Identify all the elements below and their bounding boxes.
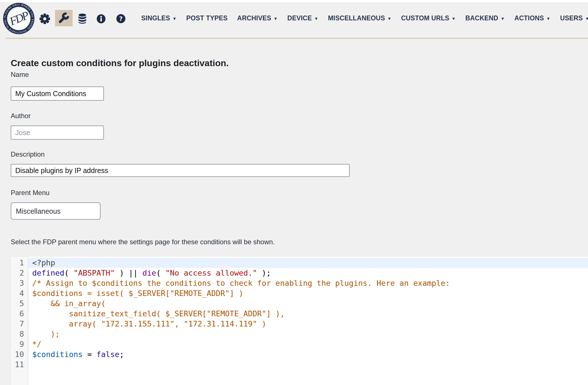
editor-line-code: && in_array( xyxy=(28,299,588,309)
description-label: Description xyxy=(11,150,45,158)
svg-text:?: ? xyxy=(119,16,123,22)
menu-item-label: ACTIONS xyxy=(514,14,544,22)
author-input[interactable] xyxy=(11,126,104,140)
editor-line[interactable]: 6 sanitize_text_field( $_SERVER["REMOTE_… xyxy=(10,309,588,319)
menu-item-label: SINGLES xyxy=(141,14,170,22)
menu-item-custom-urls[interactable]: CUSTOM URLS▼ xyxy=(401,14,456,22)
php-code-editor[interactable]: 1<?php2defined( "ABSPATH" ) || die( "No … xyxy=(10,256,588,385)
chevron-down-icon: ▼ xyxy=(314,16,318,21)
editor-line-number: 9 xyxy=(10,339,28,349)
menu-item-post-types[interactable]: POST TYPES xyxy=(186,14,227,22)
editor-line[interactable]: 5 && in_array( xyxy=(10,299,588,309)
editor-line-number: 5 xyxy=(10,299,28,309)
editor-line-number: 7 xyxy=(10,319,28,329)
parent-menu-select[interactable]: Miscellaneous xyxy=(11,202,101,220)
editor-line[interactable]: 9*/ xyxy=(10,339,588,349)
fdp-logo: LOAD PLUGINS ONLY WHERE YOU NEED FREESOU… xyxy=(3,3,35,34)
chevron-down-icon: ▼ xyxy=(585,16,588,21)
editor-line-code: sanitize_text_field( $_SERVER["REMOTE_AD… xyxy=(28,309,588,319)
menu-item-label: MISCELLANEOUS xyxy=(328,14,385,22)
menu-item-actions[interactable]: ACTIONS▼ xyxy=(514,14,550,22)
database-icon[interactable] xyxy=(78,13,87,24)
menu-item-singles[interactable]: SINGLES▼ xyxy=(141,14,177,22)
gear-icon[interactable] xyxy=(40,14,50,24)
menu-item-label: CUSTOM URLS xyxy=(401,14,449,22)
editor-line[interactable]: 4$conditions = isset( $_SERVER["REMOTE_A… xyxy=(10,288,588,299)
parent-menu-label: Parent Menu xyxy=(11,189,49,197)
header-divider xyxy=(6,38,588,39)
editor-line-number: 6 xyxy=(10,309,28,319)
editor-line-code: array( "172.31.155.111", "172.31.114.119… xyxy=(28,319,588,329)
editor-line-code: $conditions = isset( $_SERVER["REMOTE_AD… xyxy=(28,288,588,299)
editor-line-number: 1 xyxy=(10,258,28,268)
help-icon[interactable]: ? xyxy=(116,14,125,23)
editor-line-number: 4 xyxy=(10,288,28,299)
editor-line[interactable]: 7 array( "172.31.155.111", "172.31.114.1… xyxy=(10,319,588,329)
editor-line-number: 2 xyxy=(10,268,28,278)
chevron-down-icon: ▼ xyxy=(387,16,391,21)
chevron-down-icon: ▼ xyxy=(500,16,505,21)
parent-menu-help-text: Select the FDP parent menu where the set… xyxy=(11,238,275,246)
description-input[interactable] xyxy=(11,164,350,177)
menu-item-backend[interactable]: BACKEND▼ xyxy=(465,14,505,22)
wrench-icon-active-tab[interactable] xyxy=(55,10,73,26)
editor-line-code: /* Assign to $conditions the conditions … xyxy=(28,278,588,288)
menu-item-label: DEVICE xyxy=(287,14,312,22)
editor-line-code: $conditions = false; xyxy=(28,349,588,360)
menu-item-users[interactable]: USERS▼ xyxy=(560,14,588,22)
editor-line[interactable]: 2defined( "ABSPATH" ) || die( "No access… xyxy=(10,268,588,278)
menu-item-label: ARCHIVES xyxy=(237,14,271,22)
editor-line-number: 10 xyxy=(10,349,28,360)
top-menu: SINGLES▼POST TYPESARCHIVES▼DEVICE▼MISCEL… xyxy=(141,0,588,36)
editor-line-number: 8 xyxy=(10,329,28,339)
editor-line[interactable]: 3/* Assign to $conditions the conditions… xyxy=(10,278,588,288)
author-label: Author xyxy=(11,112,31,120)
menu-item-archives[interactable]: ARCHIVES▼ xyxy=(237,14,278,22)
editor-line-number: 11 xyxy=(10,360,28,370)
name-input[interactable] xyxy=(11,86,104,101)
menu-item-label: USERS xyxy=(560,14,583,22)
menu-item-label: POST TYPES xyxy=(186,14,227,22)
chevron-down-icon: ▼ xyxy=(452,16,456,21)
editor-line-code: ); xyxy=(28,329,588,339)
editor-line-code: */ xyxy=(28,339,588,349)
editor-line-number: 3 xyxy=(10,278,28,288)
editor-line-code: defined( "ABSPATH" ) || die( "No access … xyxy=(28,268,588,278)
chevron-down-icon: ▼ xyxy=(273,16,278,21)
editor-line[interactable]: 10$conditions = false; xyxy=(10,349,588,360)
wrench-icon xyxy=(58,12,70,24)
editor-line[interactable]: 1<?php xyxy=(10,258,588,268)
chevron-down-icon: ▼ xyxy=(546,16,550,21)
chevron-down-icon: ▼ xyxy=(172,16,177,21)
info-icon[interactable] xyxy=(97,14,106,23)
editor-line[interactable]: 8 ); xyxy=(10,329,588,339)
editor-line[interactable]: 11 xyxy=(10,360,588,370)
page-title: Create custom conditions for plugins dea… xyxy=(11,58,229,68)
menu-item-device[interactable]: DEVICE▼ xyxy=(287,14,318,22)
editor-line-code xyxy=(28,360,588,370)
menu-item-label: BACKEND xyxy=(465,14,498,22)
menu-item-miscellaneous[interactable]: MISCELLANEOUS▼ xyxy=(328,14,391,22)
fdp-logo-badge: LOAD PLUGINS ONLY WHERE YOU NEED FREESOU… xyxy=(3,3,35,34)
editor-line-code: <?php xyxy=(28,258,588,268)
name-label: Name xyxy=(11,71,29,79)
